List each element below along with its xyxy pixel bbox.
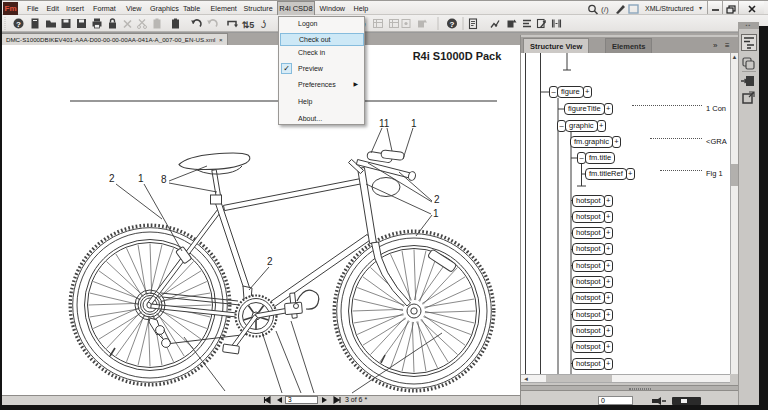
svg-text:ʖ: ʖ <box>261 19 266 30</box>
svg-text:(/): (/) <box>601 5 609 14</box>
svg-text:⇅5: ⇅5 <box>242 20 255 30</box>
svg-text:R4i S1000D Pack: R4i S1000D Pack <box>413 50 503 62</box>
svg-text:1: 1 <box>411 118 417 129</box>
svg-text:?: ? <box>450 20 455 29</box>
svg-text:11: 11 <box>379 118 390 129</box>
svg-text:1: 1 <box>138 173 144 184</box>
svg-text:2: 2 <box>434 194 440 205</box>
svg-text:2: 2 <box>267 256 273 267</box>
svg-text:2: 2 <box>109 173 115 184</box>
svg-text:1: 1 <box>433 208 439 219</box>
svg-text:?: ? <box>16 20 21 29</box>
svg-text:8: 8 <box>161 174 167 185</box>
